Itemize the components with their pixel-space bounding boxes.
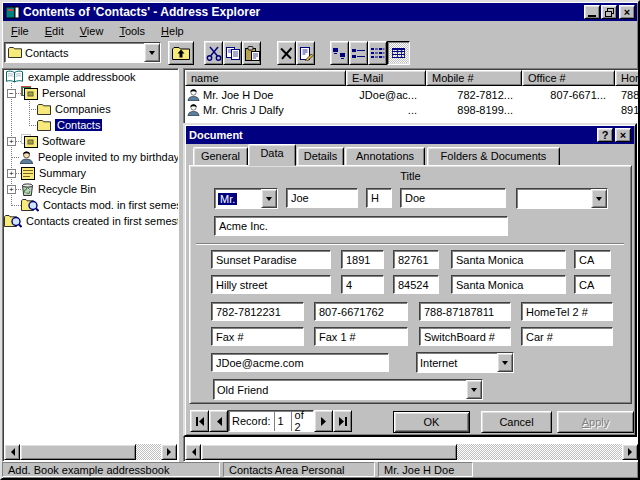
properties-button[interactable] <box>296 41 315 65</box>
chevron-down-icon[interactable] <box>591 189 607 208</box>
expand-toggle[interactable]: + <box>7 169 16 178</box>
tree-item-software[interactable]: Software <box>21 133 85 149</box>
number1-field[interactable] <box>341 250 384 269</box>
scroll-left-icon[interactable] <box>185 444 201 460</box>
previous-record-button[interactable] <box>209 410 228 432</box>
column-header-name[interactable]: name <box>185 70 346 86</box>
help-button[interactable]: ? <box>597 128 613 142</box>
state1-field[interactable] <box>574 250 611 269</box>
large-icons-button[interactable] <box>330 41 349 65</box>
status-contacts-area: Contacts Area Personal <box>223 462 375 477</box>
chevron-down-icon[interactable] <box>497 353 513 372</box>
scroll-right-icon[interactable] <box>161 444 177 460</box>
tree-h-scrollbar[interactable] <box>4 444 177 460</box>
application-window: Contents of 'Contacts' - Address Explore… <box>0 0 640 480</box>
category-combo[interactable]: Old Friend <box>213 379 483 400</box>
paste-button[interactable] <box>242 41 261 65</box>
state2-field[interactable] <box>574 275 611 294</box>
zip1-field[interactable] <box>393 250 439 269</box>
cancel-button[interactable]: Cancel <box>481 411 552 433</box>
menu-tools[interactable]: Tools <box>111 23 153 39</box>
phone-home-field[interactable] <box>419 302 511 321</box>
menu-view[interactable]: View <box>72 23 112 39</box>
details-view-button[interactable] <box>387 41 410 65</box>
zip2-field[interactable] <box>393 275 439 294</box>
first-record-button[interactable] <box>190 410 209 432</box>
minimize-button[interactable] <box>584 5 600 19</box>
fax1-field[interactable] <box>314 327 408 346</box>
contact-row[interactable]: Mr. Joe H Doe JDoe@ac... 782-7812... 807… <box>185 87 640 102</box>
switchboard-field[interactable] <box>419 327 511 346</box>
tab-data[interactable]: Data <box>248 144 296 166</box>
email-field[interactable] <box>211 353 389 372</box>
list-view-button[interactable] <box>368 41 387 65</box>
salutation-combo[interactable]: Mr. <box>214 188 278 209</box>
restore-button[interactable] <box>601 5 617 19</box>
street1-field[interactable] <box>211 250 331 269</box>
copy-button[interactable] <box>223 41 242 65</box>
tree-item-recycle-bin[interactable]: Recycle Bin <box>21 181 96 197</box>
tree-item-contacts-modified[interactable]: Contacts mod. in first semest <box>21 197 179 213</box>
contact-row[interactable]: Mr. Chris J Dalfy ... 898-8199... 891 <box>185 102 640 117</box>
column-header-office[interactable]: Office # <box>522 70 615 86</box>
next-record-icon <box>320 417 328 426</box>
tree-item-personal[interactable]: Personal <box>21 85 85 101</box>
expand-toggle[interactable]: + <box>7 137 16 146</box>
chevron-down-icon[interactable] <box>261 189 277 208</box>
close-button[interactable]: × <box>619 5 635 19</box>
scroll-right-icon[interactable] <box>622 444 638 460</box>
city2-field[interactable] <box>451 275 566 294</box>
number2-field[interactable] <box>341 275 384 294</box>
tab-general[interactable]: General <box>193 147 248 166</box>
fax-field[interactable] <box>211 327 304 346</box>
dialog-close-button[interactable]: × <box>615 128 631 142</box>
menu-file[interactable]: File <box>3 23 37 39</box>
next-record-button[interactable] <box>314 410 333 432</box>
company-field[interactable] <box>214 216 508 236</box>
tree-item-people-invited[interactable]: People invited to my birthday <box>19 149 179 165</box>
tab-details[interactable]: Details <box>297 147 344 166</box>
scrollbar-thumb[interactable] <box>20 444 136 460</box>
delete-button[interactable] <box>277 41 296 65</box>
phone-office-field[interactable] <box>314 302 408 321</box>
chevron-down-icon[interactable] <box>466 380 482 399</box>
small-icons-button[interactable] <box>349 41 368 65</box>
scrollbar-thumb[interactable] <box>201 444 457 460</box>
cut-button[interactable] <box>204 41 223 65</box>
last-record-button[interactable] <box>333 410 352 432</box>
tab-annotations[interactable]: Annotations <box>345 147 425 166</box>
folder-path-combo[interactable]: Contacts <box>4 42 161 63</box>
car-phone-field[interactable] <box>521 327 613 346</box>
tree-item-contacts[interactable]: Contacts <box>37 117 102 133</box>
last-name-field[interactable] <box>400 188 506 208</box>
expand-toggle[interactable]: + <box>7 185 16 194</box>
column-header-mobile[interactable]: Mobile # <box>426 70 522 86</box>
menu-help[interactable]: Help <box>153 23 192 39</box>
collapse-toggle[interactable]: − <box>7 89 16 98</box>
first-name-field[interactable] <box>286 188 358 208</box>
chevron-down-icon[interactable] <box>144 43 160 62</box>
close-icon: × <box>620 130 626 140</box>
tree-item-companies[interactable]: Companies <box>37 101 111 117</box>
ok-button[interactable]: OK <box>393 411 470 433</box>
tab-folders-documents[interactable]: Folders & Documents <box>427 147 560 166</box>
email-type-combo[interactable]: Internet <box>416 352 514 373</box>
list-h-scrollbar[interactable] <box>185 444 638 460</box>
phone-hometel2-field[interactable] <box>521 302 613 321</box>
scroll-left-icon[interactable] <box>4 444 20 460</box>
apply-button[interactable]: Apply <box>557 411 634 433</box>
street2-field[interactable] <box>211 275 331 294</box>
tree-item-summary[interactable]: Summary <box>21 165 86 181</box>
up-one-level-button[interactable] <box>168 41 194 65</box>
city1-field[interactable] <box>451 250 566 269</box>
menu-edit[interactable]: Edit <box>37 23 72 39</box>
tree-item-addressbook[interactable]: example addressbook <box>5 69 136 85</box>
dialog-title: Document <box>189 129 597 141</box>
middle-initial-field[interactable] <box>366 188 392 208</box>
phone-mobile-field[interactable] <box>211 302 304 321</box>
column-header-home[interactable]: Home # <box>615 70 640 86</box>
suffix-combo[interactable] <box>516 188 608 209</box>
column-header-email[interactable]: E-Mail <box>346 70 426 86</box>
list-header: nameE-MailMobile #Office #Home # <box>185 70 640 86</box>
tree-item-contacts-created[interactable]: Contacts created in first semeste <box>4 213 179 229</box>
